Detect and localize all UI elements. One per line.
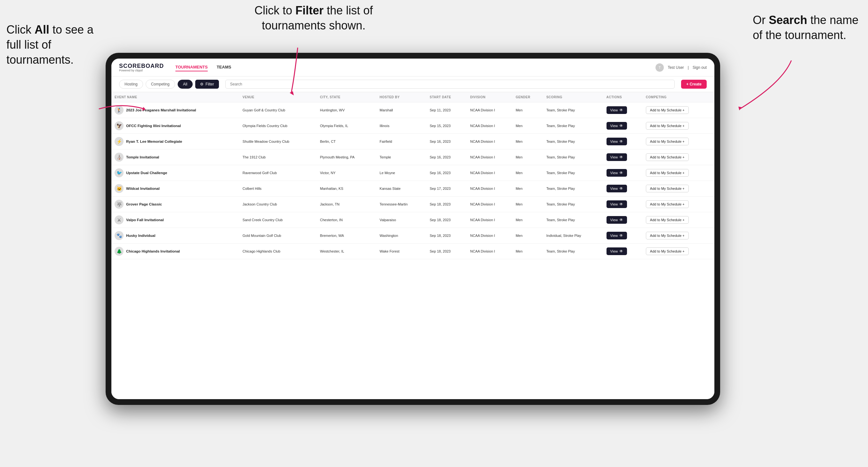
annotation-center: Click to Filter the list of tournaments … xyxy=(230,3,397,33)
cell-date-7: Sep 18, 2023 xyxy=(427,212,467,228)
cell-gender-6: Men xyxy=(513,196,543,212)
team-logo-1: 🦅 xyxy=(115,121,124,130)
table-row: 🏌 2023 Joe Feaganes Marshall Invitationa… xyxy=(112,102,714,118)
team-logo-4: 🐦 xyxy=(115,168,124,177)
add-schedule-button-4[interactable]: Add to My Schedule + xyxy=(646,169,689,177)
eye-icon-0: 👁 xyxy=(619,108,623,112)
tab-hosting[interactable]: Hosting xyxy=(119,80,143,89)
cell-venue-7: Sand Creek Country Club xyxy=(239,212,317,228)
user-avatar: T xyxy=(655,63,664,72)
add-schedule-button-1[interactable]: Add to My Schedule + xyxy=(646,122,689,130)
cell-event-5: 🐱 Wildcat Invitational xyxy=(112,181,239,196)
view-button-9[interactable]: View 👁 xyxy=(607,247,627,255)
view-button-5[interactable]: View 👁 xyxy=(607,185,627,192)
event-name-1: OFCC Fighting Illini Invitational xyxy=(126,124,181,128)
cell-competing-8: Add to My Schedule + xyxy=(643,228,714,244)
tab-competing[interactable]: Competing xyxy=(146,80,175,89)
add-schedule-button-8[interactable]: Add to My Schedule + xyxy=(646,232,689,240)
cell-date-9: Sep 18, 2023 xyxy=(427,244,467,259)
cell-event-9: 🌲 Chicago Highlands Invitational xyxy=(112,244,239,259)
cell-city-7: Chesterton, IN xyxy=(317,212,376,228)
nav-tournaments[interactable]: TOURNAMENTS xyxy=(176,63,208,71)
cell-venue-9: Chicago Highlands Club xyxy=(239,244,317,259)
logo-area: SCOREBOARD Powered by clippd xyxy=(119,63,164,72)
eye-icon-2: 👁 xyxy=(619,139,623,144)
cell-actions-8: View 👁 xyxy=(603,228,643,244)
create-label: + Create xyxy=(686,82,702,86)
view-button-3[interactable]: View 👁 xyxy=(607,153,627,161)
cell-hosted-1: Illinois xyxy=(376,118,426,134)
tablet-screen: SCOREBOARD Powered by clippd TOURNAMENTS… xyxy=(112,59,714,399)
team-logo-5: 🐱 xyxy=(115,184,124,193)
event-name-6: Grover Page Classic xyxy=(126,202,162,206)
cell-actions-3: View 👁 xyxy=(603,150,643,165)
logo-text: SCOREBOARD xyxy=(119,63,164,69)
cell-scoring-3: Team, Stroke Play xyxy=(543,150,603,165)
eye-icon-7: 👁 xyxy=(619,218,623,222)
cell-venue-6: Jackson Country Club xyxy=(239,196,317,212)
cell-scoring-5: Team, Stroke Play xyxy=(543,181,603,196)
event-name-5: Wildcat Invitational xyxy=(126,187,160,190)
svg-marker-0 xyxy=(290,91,294,95)
add-schedule-button-0[interactable]: Add to My Schedule + xyxy=(646,106,689,114)
add-schedule-button-6[interactable]: Add to My Schedule + xyxy=(646,200,689,208)
cell-gender-2: Men xyxy=(513,134,543,150)
table-row: 🐺 Grover Page Classic Jackson Country Cl… xyxy=(112,196,714,212)
cell-hosted-9: Wake Forest xyxy=(376,244,426,259)
create-button[interactable]: + Create xyxy=(681,80,707,89)
view-button-1[interactable]: View 👁 xyxy=(607,122,627,130)
cell-venue-1: Olympia Fields Country Club xyxy=(239,118,317,134)
add-schedule-button-5[interactable]: Add to My Schedule + xyxy=(646,185,689,192)
cell-actions-0: View 👁 xyxy=(603,102,643,118)
event-name-8: Husky Individual xyxy=(126,234,155,238)
table-row: ⛪ Temple Invitational The 1912 Club Plym… xyxy=(112,150,714,165)
cell-scoring-7: Team, Stroke Play xyxy=(543,212,603,228)
view-button-0[interactable]: View 👁 xyxy=(607,106,627,114)
add-schedule-button-7[interactable]: Add to My Schedule + xyxy=(646,216,689,224)
cell-hosted-5: Kansas State xyxy=(376,181,426,196)
event-name-9: Chicago Highlands Invitational xyxy=(126,249,180,253)
team-logo-3: ⛪ xyxy=(115,153,124,162)
tab-all[interactable]: All xyxy=(178,80,193,89)
cell-actions-2: View 👁 xyxy=(603,134,643,150)
cell-city-1: Olympia Fields, IL xyxy=(317,118,376,134)
view-button-7[interactable]: View 👁 xyxy=(607,216,627,224)
table-row: ⚡ Ryan T. Lee Memorial Collegiate Shuttl… xyxy=(112,134,714,150)
view-button-8[interactable]: View 👁 xyxy=(607,232,627,240)
cell-actions-4: View 👁 xyxy=(603,165,643,181)
cell-scoring-9: Team, Stroke Play xyxy=(543,244,603,259)
table-header-row: EVENT NAME VENUE CITY, STATE HOSTED BY S… xyxy=(112,92,714,102)
add-schedule-button-3[interactable]: Add to My Schedule + xyxy=(646,153,689,161)
cell-hosted-2: Fairfield xyxy=(376,134,426,150)
cell-scoring-8: Individual, Stroke Play xyxy=(543,228,603,244)
logo-sub: Powered by clippd xyxy=(119,69,164,72)
cell-division-7: NCAA Division I xyxy=(467,212,513,228)
cell-venue-8: Gold Mountain Golf Club xyxy=(239,228,317,244)
cell-venue-0: Guyan Golf & Country Club xyxy=(239,102,317,118)
add-schedule-button-2[interactable]: Add to My Schedule + xyxy=(646,137,689,145)
cell-actions-5: View 👁 xyxy=(603,181,643,196)
filter-button[interactable]: ⚙ Filter xyxy=(195,80,219,89)
signout-link[interactable]: Sign out xyxy=(692,65,707,70)
cell-city-6: Jackson, TN xyxy=(317,196,376,212)
filter-icon: ⚙ xyxy=(200,82,204,86)
cell-actions-7: View 👁 xyxy=(603,212,643,228)
cell-competing-2: Add to My Schedule + xyxy=(643,134,714,150)
cell-gender-1: Men xyxy=(513,118,543,134)
cell-hosted-0: Marshall xyxy=(376,102,426,118)
cell-gender-8: Men xyxy=(513,228,543,244)
nav-teams[interactable]: TEAMS xyxy=(217,63,231,71)
add-schedule-button-9[interactable]: Add to My Schedule + xyxy=(646,247,689,255)
tablet-device: SCOREBOARD Powered by clippd TOURNAMENTS… xyxy=(105,53,720,405)
view-button-2[interactable]: View 👁 xyxy=(607,137,627,145)
cell-venue-4: Ravenwood Golf Club xyxy=(239,165,317,181)
cell-hosted-3: Temple xyxy=(376,150,426,165)
header-right: T Test User | Sign out xyxy=(655,63,707,72)
view-button-6[interactable]: View 👁 xyxy=(607,200,627,208)
view-button-4[interactable]: View 👁 xyxy=(607,169,627,177)
cell-date-1: Sep 15, 2023 xyxy=(427,118,467,134)
cell-event-3: ⛪ Temple Invitational xyxy=(112,150,239,165)
filter-label: Filter xyxy=(206,82,214,86)
team-logo-8: 🐾 xyxy=(115,231,124,240)
user-name: Test User xyxy=(668,65,684,70)
